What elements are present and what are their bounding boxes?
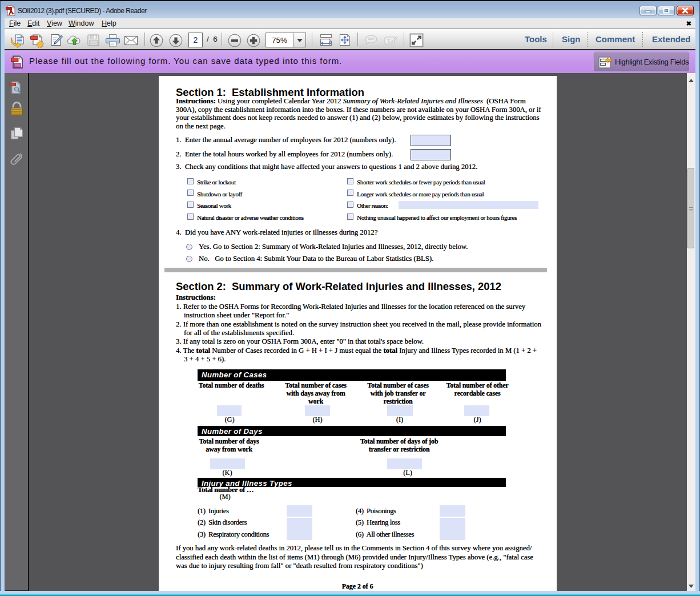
svg-text:T: T <box>387 38 391 44</box>
